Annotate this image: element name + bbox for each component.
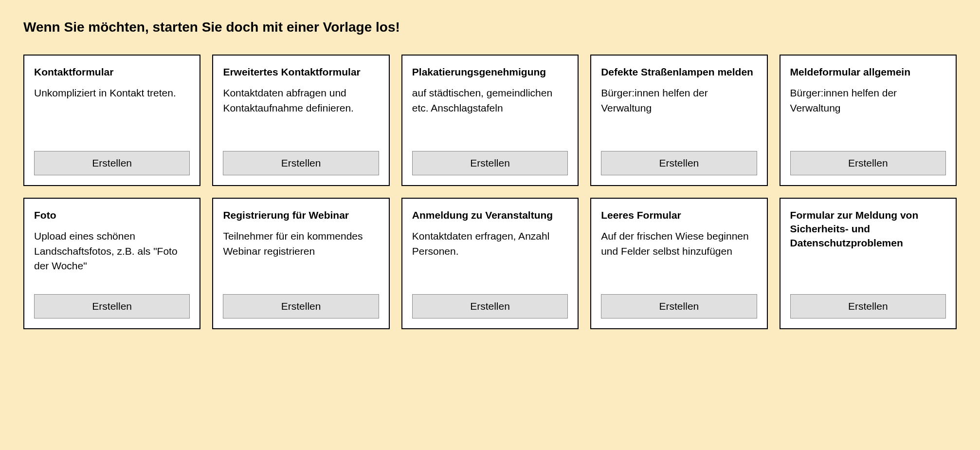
template-card-content: Leeres FormularAuf der frischen Wiese be…	[601, 208, 757, 284]
template-card-content: KontaktformularUnkompliziert in Kontakt …	[34, 65, 190, 141]
create-button[interactable]: Erstellen	[790, 294, 946, 319]
page-title: Wenn Sie möchten, starten Sie doch mit e…	[23, 19, 957, 35]
template-card: Leeres FormularAuf der frischen Wiese be…	[590, 198, 767, 329]
template-card-title: Erweitertes Kontaktformular	[223, 65, 379, 79]
create-button[interactable]: Erstellen	[223, 294, 379, 319]
template-card: Erweitertes KontaktformularKontaktdaten …	[212, 55, 389, 186]
template-card-content: Plakatierungsgeneh­migungauf städtischen…	[412, 65, 568, 141]
template-card-description: Upload eines schönen Landschaftsfotos, z…	[34, 229, 190, 273]
template-card-content: Registrierung für WebinarTeilnehmer für …	[223, 208, 379, 284]
create-button[interactable]: Erstellen	[34, 294, 190, 319]
template-card-content: Erweitertes KontaktformularKontaktdaten …	[223, 65, 379, 141]
create-button[interactable]: Erstellen	[223, 151, 379, 175]
template-card-title: Kontaktformular	[34, 65, 190, 79]
template-card: Anmeldung zu VeranstaltungKontaktdaten e…	[401, 198, 579, 329]
template-card-title: Meldeformular allgemein	[790, 65, 946, 79]
template-card: FotoUpload eines schönen Landschaftsfoto…	[23, 198, 200, 329]
template-card-title: Foto	[34, 208, 190, 222]
template-card-description: Kontaktdaten abfragen und Kontaktaufnahm…	[223, 86, 379, 115]
template-card-title: Leeres Formular	[601, 208, 757, 222]
template-card: Defekte Straßenlam­pen meldenBürger:inne…	[590, 55, 767, 186]
template-card-title: Plakatierungsgeneh­migung	[412, 65, 568, 79]
template-card-content: Meldeformular allgemeinBürger:innen helf…	[790, 65, 946, 141]
template-card-description: auf städtischen, ge­meindlichen etc. Ans…	[412, 86, 568, 115]
template-card: Registrierung für WebinarTeilnehmer für …	[212, 198, 389, 329]
template-card-description: Teilnehmer für ein kom­mendes Webinar re…	[223, 229, 379, 259]
template-card-title: Registrierung für Webinar	[223, 208, 379, 222]
create-button[interactable]: Erstellen	[601, 151, 757, 175]
template-card-description: Unkompliziert in Kontakt treten.	[34, 86, 190, 100]
template-card-content: Defekte Straßenlam­pen meldenBürger:inne…	[601, 65, 757, 141]
create-button[interactable]: Erstellen	[34, 151, 190, 175]
templates-grid: KontaktformularUnkompliziert in Kontakt …	[23, 55, 957, 329]
template-card: Plakatierungsgeneh­migungauf städtischen…	[401, 55, 579, 186]
template-card-title: Defekte Straßenlam­pen melden	[601, 65, 757, 79]
create-button[interactable]: Erstellen	[412, 151, 568, 175]
template-card: KontaktformularUnkompliziert in Kontakt …	[23, 55, 200, 186]
template-card-description: Auf der frischen Wiese beginnen und Feld…	[601, 229, 757, 259]
template-card-content: FotoUpload eines schönen Landschaftsfoto…	[34, 208, 190, 284]
template-card-content: Formular zur Meldung von Sicherheits- un…	[790, 208, 946, 284]
template-card-title: Formular zur Meldung von Sicherheits- un…	[790, 208, 946, 250]
create-button[interactable]: Erstellen	[601, 294, 757, 319]
template-card: Meldeformular allgemeinBürger:innen helf…	[780, 55, 957, 186]
template-card-description: Bürger:innen helfen der Verwaltung	[790, 86, 946, 115]
template-card: Formular zur Meldung von Sicherheits- un…	[780, 198, 957, 329]
create-button[interactable]: Erstellen	[412, 294, 568, 319]
template-card-description: Bürger:innen helfen der Verwaltung	[601, 86, 757, 115]
template-card-title: Anmeldung zu Veranstaltung	[412, 208, 568, 222]
create-button[interactable]: Erstellen	[790, 151, 946, 175]
template-card-description: Kontaktdaten erfragen, Anzahl Personen.	[412, 229, 568, 259]
template-card-content: Anmeldung zu VeranstaltungKontaktdaten e…	[412, 208, 568, 284]
